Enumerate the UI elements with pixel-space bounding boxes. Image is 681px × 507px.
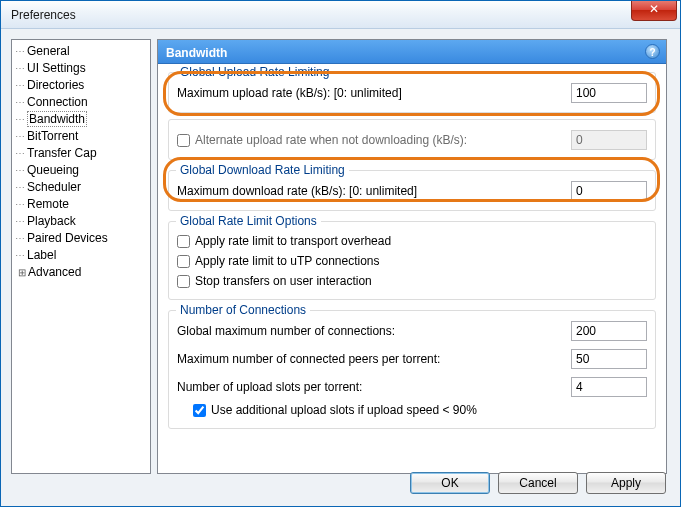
group-legend: Global Rate Limit Options	[176, 214, 321, 228]
utp-label: Apply rate limit to uTP connections	[195, 254, 380, 268]
preferences-window: Preferences ✕ ⋯General ⋯UI Settings ⋯Dir…	[0, 0, 681, 507]
sidebar-item-remote[interactable]: ⋯Remote	[15, 196, 150, 213]
panel-header: Bandwidth ?	[158, 40, 666, 64]
additional-slots-label: Use additional upload slots if upload sp…	[211, 403, 477, 417]
titlebar[interactable]: Preferences ✕	[1, 1, 680, 29]
sidebar-item-ui-settings[interactable]: ⋯UI Settings	[15, 60, 150, 77]
ok-button[interactable]: OK	[410, 472, 490, 494]
sidebar-item-label[interactable]: ⋯Label	[15, 247, 150, 264]
max-download-input[interactable]	[571, 181, 647, 201]
sidebar-item-queueing[interactable]: ⋯Queueing	[15, 162, 150, 179]
transport-overhead-checkbox[interactable]	[177, 235, 190, 248]
group-rate-options: Global Rate Limit Options Apply rate lim…	[168, 221, 656, 300]
additional-slots-checkbox[interactable]	[193, 404, 206, 417]
utp-checkbox[interactable]	[177, 255, 190, 268]
apply-button[interactable]: Apply	[586, 472, 666, 494]
group-legend: Number of Connections	[176, 303, 310, 317]
group-connections: Number of Connections Global maximum num…	[168, 310, 656, 429]
close-button[interactable]: ✕	[631, 1, 677, 21]
panel-title: Bandwidth	[166, 46, 227, 60]
peers-per-torrent-input[interactable]	[571, 349, 647, 369]
sidebar-item-general[interactable]: ⋯General	[15, 43, 150, 60]
sidebar-item-directories[interactable]: ⋯Directories	[15, 77, 150, 94]
sidebar-item-scheduler[interactable]: ⋯Scheduler	[15, 179, 150, 196]
expand-icon[interactable]: ⊞	[15, 264, 28, 281]
help-icon[interactable]: ?	[645, 44, 660, 59]
alt-upload-label: Alternate upload rate when not downloadi…	[195, 133, 571, 147]
sidebar-item-paired-devices[interactable]: ⋯Paired Devices	[15, 230, 150, 247]
peers-per-torrent-label: Maximum number of connected peers per to…	[177, 352, 571, 366]
content-panel: Bandwidth ? Global Upload Rate Limiting …	[157, 39, 667, 474]
sidebar-item-playback[interactable]: ⋯Playback	[15, 213, 150, 230]
sidebar-item-advanced[interactable]: ⊞Advanced	[15, 264, 150, 281]
cancel-button[interactable]: Cancel	[498, 472, 578, 494]
upload-slots-input[interactable]	[571, 377, 647, 397]
max-upload-label: Maximum upload rate (kB/s): [0: unlimite…	[177, 86, 571, 100]
sidebar-item-connection[interactable]: ⋯Connection	[15, 94, 150, 111]
category-tree[interactable]: ⋯General ⋯UI Settings ⋯Directories ⋯Conn…	[11, 39, 151, 474]
group-upload-rate: Global Upload Rate Limiting Maximum uplo…	[168, 72, 656, 113]
group-download-rate: Global Download Rate Limiting Maximum do…	[168, 170, 656, 211]
stop-transfers-checkbox[interactable]	[177, 275, 190, 288]
sidebar-item-bandwidth[interactable]: ⋯Bandwidth	[15, 111, 150, 128]
dialog-buttons: OK Cancel Apply	[410, 472, 666, 494]
group-alt-upload: Alternate upload rate when not downloadi…	[168, 119, 656, 160]
close-icon: ✕	[649, 2, 659, 16]
group-legend: Global Download Rate Limiting	[176, 163, 349, 177]
window-title: Preferences	[11, 8, 76, 22]
group-legend: Global Upload Rate Limiting	[176, 65, 333, 79]
max-upload-input[interactable]	[571, 83, 647, 103]
global-max-conn-label: Global maximum number of connections:	[177, 324, 571, 338]
sidebar-item-bittorrent[interactable]: ⋯BitTorrent	[15, 128, 150, 145]
stop-transfers-label: Stop transfers on user interaction	[195, 274, 372, 288]
alt-upload-checkbox[interactable]	[177, 134, 190, 147]
max-download-label: Maximum download rate (kB/s): [0: unlimi…	[177, 184, 571, 198]
global-max-conn-input[interactable]	[571, 321, 647, 341]
alt-upload-input	[571, 130, 647, 150]
transport-overhead-label: Apply rate limit to transport overhead	[195, 234, 391, 248]
sidebar-item-transfer-cap[interactable]: ⋯Transfer Cap	[15, 145, 150, 162]
upload-slots-label: Number of upload slots per torrent:	[177, 380, 571, 394]
